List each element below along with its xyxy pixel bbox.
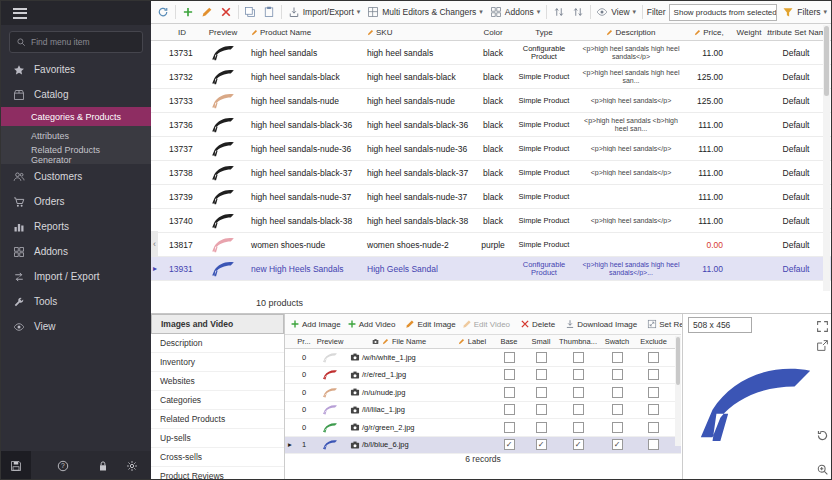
column-header-attribute-set-name[interactable]: Attribute Set Name — [767, 28, 825, 37]
image-row[interactable]: 0/l/i/lilac_1.jpg — [285, 402, 681, 420]
sidebar-item-addons[interactable]: Addons — [1, 239, 151, 264]
checkbox-thumbnail[interactable] — [573, 387, 584, 398]
sort-up-button[interactable] — [551, 4, 567, 20]
lock-button[interactable] — [88, 451, 118, 480]
column-header-preview[interactable]: Preview — [313, 337, 347, 346]
image-row[interactable]: 0/n/u/nude.jpg — [285, 384, 681, 402]
column-header-thumbna[interactable]: Thumbna... — [557, 337, 599, 346]
image-row[interactable]: 0/r/e/red_1.jpg — [285, 367, 681, 385]
delete-image-button[interactable]: Delete — [518, 318, 557, 330]
checkbox-exclude[interactable] — [648, 387, 659, 398]
image-row[interactable]: 0/w/h/white_1.jpg — [285, 349, 681, 367]
tab-inventory[interactable]: Inventory — [151, 353, 284, 372]
product-row[interactable]: 13737high heel sandals-nude-36high heel … — [151, 137, 832, 161]
settings-button[interactable] — [118, 451, 148, 480]
tab-websites[interactable]: Websites — [151, 372, 284, 391]
scrollbar-thumb[interactable] — [824, 26, 829, 96]
checkbox-small[interactable] — [536, 404, 547, 415]
checkbox-swatch[interactable] — [612, 422, 623, 433]
product-row[interactable]: 13738high heel sandals-black-37high heel… — [151, 161, 832, 185]
checkbox-swatch[interactable] — [612, 387, 623, 398]
menu-toggle-button[interactable] — [1, 1, 151, 25]
sidebar-item-orders[interactable]: Orders — [1, 189, 151, 214]
checkbox-swatch[interactable]: ✓ — [612, 439, 623, 450]
sidebar-item-catalog[interactable]: Catalog — [1, 82, 151, 107]
column-header-id[interactable]: ID — [165, 28, 199, 37]
sidebar-item-favorites[interactable]: Favorites — [1, 57, 151, 82]
product-row[interactable]: 13740high heel sandals-black-38high heel… — [151, 209, 832, 233]
tab-description[interactable]: Description — [151, 334, 284, 353]
tab-related-products[interactable]: Related Products — [151, 410, 284, 429]
import-export-menu[interactable]: Import/Export ▾ — [286, 4, 363, 20]
tab-up-sells[interactable]: Up-sells — [151, 429, 284, 448]
paste-button[interactable] — [261, 4, 277, 20]
checkbox-swatch[interactable] — [612, 352, 623, 363]
checkbox-swatch[interactable] — [612, 369, 623, 380]
scrollbar-thumb[interactable] — [676, 337, 680, 385]
column-header-product-name[interactable]: Product Name — [247, 28, 363, 37]
open-external-button[interactable] — [816, 336, 829, 349]
images-scrollbar[interactable] — [675, 336, 681, 446]
rotate-button[interactable] — [816, 426, 829, 439]
checkbox-base[interactable]: ✓ — [504, 439, 515, 450]
fullscreen-button[interactable] — [816, 317, 829, 330]
copy-button[interactable] — [242, 4, 258, 20]
checkbox-exclude[interactable] — [648, 404, 659, 415]
view-menu[interactable]: View ▾ — [594, 4, 638, 20]
product-row[interactable]: 13732high heel sandals-blackhigh heel sa… — [151, 65, 832, 89]
sidebar-item-tools[interactable]: Tools — [1, 289, 151, 314]
add-product-button[interactable] — [180, 4, 196, 20]
checkbox-small[interactable] — [536, 387, 547, 398]
product-row[interactable]: 13736high heel sandals-black-36high heel… — [151, 113, 832, 137]
column-header-color[interactable]: Color — [473, 28, 513, 37]
checkbox-thumbnail[interactable] — [573, 352, 584, 363]
edit-image-button[interactable]: Edit Image — [403, 318, 457, 330]
column-header-small[interactable]: Small — [525, 337, 557, 346]
column-header-label[interactable]: Label — [451, 337, 493, 346]
addons-menu[interactable]: Addons ▾ — [488, 4, 542, 20]
image-size-box[interactable]: 508 x 456 — [688, 317, 752, 333]
checkbox-base[interactable] — [504, 387, 515, 398]
product-row[interactable]: ▸13931new High Heels SandalsHigh Geels S… — [151, 257, 832, 281]
checkbox-small[interactable] — [536, 369, 547, 380]
sidebar-item-view[interactable]: View — [1, 314, 151, 339]
sidebar-item-customers[interactable]: Customers — [1, 164, 151, 189]
column-header-description[interactable]: Description — [575, 28, 687, 37]
sort-down-button[interactable] — [570, 4, 586, 20]
column-header-swatch[interactable]: Swatch — [599, 337, 635, 346]
checkbox-thumbnail[interactable] — [573, 404, 584, 415]
checkbox-small[interactable] — [536, 352, 547, 363]
sidebar-item-categories-products[interactable]: Categories & Products — [1, 107, 151, 126]
sidebar-search-input[interactable]: Find menu item — [9, 31, 143, 53]
column-header-sku[interactable]: SKU — [363, 28, 473, 37]
delete-product-button[interactable] — [218, 4, 234, 20]
checkbox-swatch[interactable] — [612, 404, 623, 415]
refresh-button[interactable] — [155, 4, 171, 20]
tab-images-and-video[interactable]: Images and Video — [151, 314, 284, 334]
product-row[interactable]: 13817women shoes-nudewomen shoes-nude-2p… — [151, 233, 832, 257]
checkbox-thumbnail[interactable]: ✓ — [573, 439, 584, 450]
column-header-type[interactable]: Type — [513, 28, 575, 37]
row-expander[interactable]: ▸ — [151, 264, 165, 273]
filters-menu[interactable]: Filters ▾ — [780, 4, 829, 20]
tab-cross-sells[interactable]: Cross-sells — [151, 448, 284, 467]
grid-scrollbar[interactable] — [823, 25, 830, 291]
tab-product-reviews[interactable]: Product Reviews — [151, 467, 284, 480]
collapse-sidebar-handle[interactable]: ‹ — [151, 231, 158, 257]
checkbox-thumbnail[interactable] — [573, 369, 584, 380]
sidebar-item-related-products-generator[interactable]: Related Products Generator — [1, 145, 151, 164]
image-row[interactable]: 0/g/r/green_2.jpg — [285, 419, 681, 437]
edit-product-button[interactable] — [199, 4, 215, 20]
help-button[interactable] — [49, 451, 79, 480]
checkbox-base[interactable] — [504, 422, 515, 433]
edit-video-button[interactable]: Edit Video — [460, 318, 512, 330]
save-button[interactable] — [1, 451, 31, 480]
add-image-button[interactable]: Add Image — [288, 318, 343, 330]
checkbox-exclude[interactable] — [648, 422, 659, 433]
product-row[interactable]: 13733high heel sandals-nudehigh heel san… — [151, 89, 832, 113]
checkbox-exclude[interactable] — [648, 439, 659, 450]
column-header-price[interactable]: Price, — [687, 28, 731, 37]
checkbox-thumbnail[interactable] — [573, 422, 584, 433]
checkbox-exclude[interactable] — [648, 352, 659, 363]
column-header-weight[interactable]: Weight — [731, 28, 767, 37]
